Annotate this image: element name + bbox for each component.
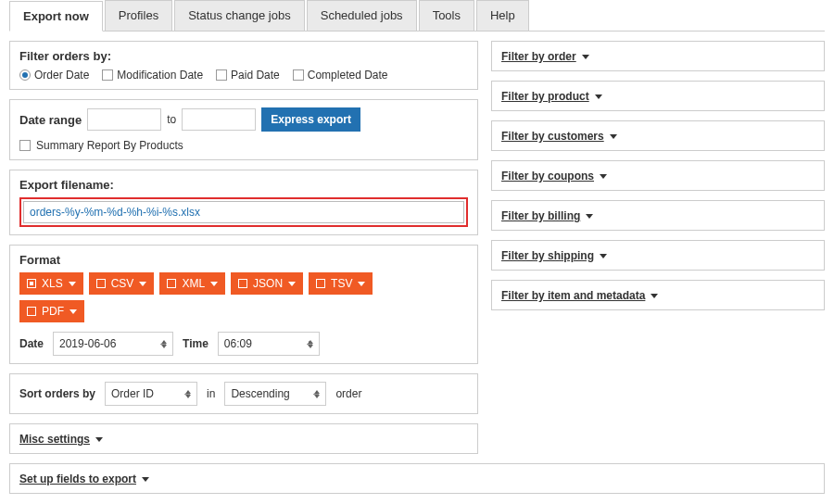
filter-by-product-accordion[interactable]: Filter by product — [491, 81, 825, 111]
radio-icon — [27, 279, 36, 288]
acc-label: Filter by shipping — [501, 249, 594, 262]
date-select[interactable]: 2019-06-06 — [53, 332, 173, 356]
tab-bar: Export now Profiles Status change jobs S… — [9, 0, 825, 32]
order-label: order — [335, 387, 361, 400]
radio-icon — [167, 279, 176, 288]
checkbox-icon — [102, 69, 113, 81]
tab-status-change-jobs[interactable]: Status change jobs — [174, 0, 305, 31]
select-stepper-icon — [314, 390, 320, 398]
chevron-down-icon — [586, 214, 593, 219]
time-value: 06:09 — [224, 337, 252, 350]
radio-label: Completed Date — [308, 69, 388, 82]
tab-help[interactable]: Help — [476, 0, 529, 31]
in-label: in — [207, 387, 215, 400]
radio-label: Paid Date — [231, 69, 280, 82]
date-value: 2019-06-06 — [59, 337, 116, 350]
acc-label: Filter by customers — [501, 130, 604, 143]
chevron-down-icon — [288, 282, 296, 286]
format-label: XML — [182, 277, 205, 290]
filter-by-shipping-accordion[interactable]: Filter by shipping — [491, 240, 825, 271]
radio-icon — [19, 69, 31, 81]
sort-direction-select[interactable]: Descending — [224, 382, 326, 406]
date-to-input[interactable] — [182, 108, 256, 131]
chevron-down-icon — [595, 94, 602, 99]
acc-label: Misc settings — [19, 433, 90, 446]
setup-fields-accordion[interactable]: Set up fields to export — [9, 463, 825, 494]
chevron-down-icon — [210, 282, 218, 286]
chevron-down-icon — [582, 55, 589, 59]
acc-label: Filter by order — [501, 50, 576, 63]
chevron-down-icon — [600, 174, 607, 179]
format-xml-button[interactable]: XML — [159, 272, 225, 295]
misc-settings-accordion[interactable]: Misc settings — [9, 423, 478, 454]
select-stepper-icon — [161, 340, 167, 348]
format-pdf-button[interactable]: PDF — [19, 300, 84, 322]
radio-label: Order Date — [34, 69, 89, 82]
filter-by-billing-accordion[interactable]: Filter by billing — [491, 200, 825, 231]
radio-icon — [27, 307, 36, 316]
tab-export-now[interactable]: Export now — [9, 1, 103, 32]
sort-field-value: Order ID — [111, 387, 154, 400]
sort-panel: Sort orders by Order ID in Descending or… — [9, 373, 478, 414]
chevron-down-icon — [70, 309, 77, 314]
radio-icon — [238, 279, 247, 288]
chevron-down-icon — [610, 134, 617, 139]
date-from-input[interactable] — [87, 108, 161, 131]
chevron-down-icon — [69, 282, 76, 286]
filter-by-customers-accordion[interactable]: Filter by customers — [491, 120, 825, 151]
tab-scheduled-jobs[interactable]: Scheduled jobs — [307, 0, 417, 31]
checkbox-icon — [216, 69, 227, 81]
format-label: TSV — [331, 277, 352, 290]
time-label: Time — [183, 337, 208, 350]
chevron-down-icon — [358, 282, 365, 286]
time-select[interactable]: 06:09 — [218, 332, 320, 356]
format-tsv-button[interactable]: TSV — [309, 272, 373, 295]
radio-modification-date[interactable]: Modification Date — [102, 69, 203, 82]
format-xls-button[interactable]: XLS — [19, 272, 83, 295]
tab-tools[interactable]: Tools — [419, 0, 474, 31]
format-panel: Format XLS CSV XML — [9, 245, 478, 364]
acc-label: Filter by coupons — [501, 170, 594, 183]
format-label: JSON — [253, 277, 283, 290]
format-heading: Format — [19, 253, 468, 267]
radio-order-date[interactable]: Order Date — [19, 69, 89, 82]
sort-label: Sort orders by — [19, 387, 95, 400]
chevron-down-icon — [651, 294, 658, 298]
select-stepper-icon — [308, 340, 313, 348]
format-csv-button[interactable]: CSV — [89, 272, 155, 295]
express-export-button[interactable]: Express export — [261, 107, 360, 132]
format-label: CSV — [111, 277, 134, 290]
chevron-down-icon — [139, 282, 146, 286]
filename-input[interactable] — [23, 201, 464, 223]
date-range-label: Date range — [19, 113, 82, 127]
date-label: Date — [19, 337, 44, 350]
export-filename-heading: Export filename: — [19, 178, 468, 192]
format-label: XLS — [42, 277, 63, 290]
sort-direction-value: Descending — [231, 387, 289, 400]
filter-by-item-metadata-accordion[interactable]: Filter by item and metadata — [491, 280, 825, 310]
filter-orders-heading: Filter orders by: — [19, 49, 468, 63]
checkbox-icon — [293, 69, 304, 81]
sort-field-select[interactable]: Order ID — [105, 382, 197, 406]
radio-completed-date[interactable]: Completed Date — [293, 69, 388, 82]
select-stepper-icon — [185, 390, 191, 398]
format-label: PDF — [42, 305, 64, 318]
export-filename-panel: Export filename: — [9, 170, 478, 235]
to-label: to — [167, 113, 176, 126]
filter-by-order-accordion[interactable]: Filter by order — [491, 41, 825, 71]
date-range-panel: Date range to Express export Summary Rep… — [9, 99, 478, 160]
filter-by-coupons-accordion[interactable]: Filter by coupons — [491, 160, 825, 191]
summary-report-label: Summary Report By Products — [36, 139, 183, 152]
radio-icon — [96, 279, 106, 288]
radio-paid-date[interactable]: Paid Date — [216, 69, 280, 82]
radio-label: Modification Date — [117, 69, 203, 82]
checkbox-icon[interactable] — [19, 140, 31, 151]
acc-label: Filter by item and metadata — [501, 289, 645, 302]
tab-profiles[interactable]: Profiles — [105, 0, 172, 31]
radio-icon — [316, 279, 325, 288]
filter-orders-panel: Filter orders by: Order Date Modificatio… — [9, 41, 478, 90]
chevron-down-icon — [142, 477, 149, 482]
format-json-button[interactable]: JSON — [231, 272, 303, 295]
acc-label: Set up fields to export — [19, 472, 136, 485]
acc-label: Filter by product — [501, 90, 589, 103]
